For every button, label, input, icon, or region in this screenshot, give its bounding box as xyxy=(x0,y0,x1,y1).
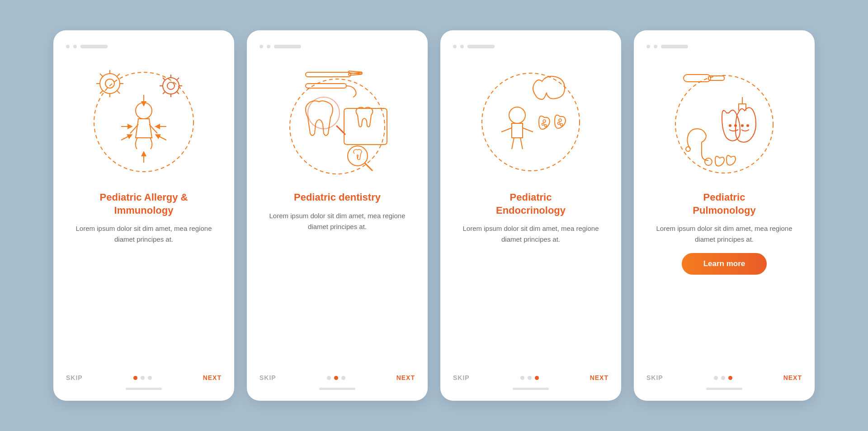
prog-dot xyxy=(520,376,524,380)
card-top-dots xyxy=(259,45,301,48)
svg-point-33 xyxy=(308,97,340,129)
svg-line-20 xyxy=(177,92,179,94)
prog-dot-active xyxy=(334,376,338,380)
svg-line-42 xyxy=(512,138,514,149)
svg-point-47 xyxy=(559,119,561,122)
bottom-bar xyxy=(706,388,742,390)
card-desc-dentistry: Lorem ipsum dolor sit dim amet, mea regi… xyxy=(259,211,415,232)
top-dot xyxy=(453,45,457,48)
top-line xyxy=(274,45,301,48)
card-desc-pulmonology: Lorem ipsum dolor sit dim amet, mea regi… xyxy=(646,223,802,245)
top-dot xyxy=(460,45,464,48)
prog-dot xyxy=(341,376,345,380)
top-dot xyxy=(654,45,657,48)
endocrinology-illustration xyxy=(472,56,590,183)
svg-point-39 xyxy=(509,107,525,123)
skip-label[interactable]: SKIP xyxy=(66,374,83,381)
top-dot xyxy=(646,45,650,48)
svg-point-1 xyxy=(100,74,120,94)
svg-line-43 xyxy=(520,138,523,149)
card-desc-allergy: Lorem ipsum dolor sit dim amet, mea regi… xyxy=(66,223,222,245)
prog-dot xyxy=(327,376,331,380)
svg-line-18 xyxy=(177,78,179,80)
card-footer-allergy: SKIP NEXT xyxy=(66,369,222,381)
svg-point-27 xyxy=(136,103,152,119)
top-line xyxy=(80,45,108,48)
pulmonology-illustration xyxy=(665,56,783,183)
svg-point-58 xyxy=(746,124,749,127)
skip-label[interactable]: SKIP xyxy=(646,374,663,381)
prog-dot xyxy=(148,376,152,380)
next-label[interactable]: NEXT xyxy=(396,374,415,381)
card-footer-dentistry: SKIP NEXT xyxy=(259,369,415,381)
svg-line-40 xyxy=(501,128,512,132)
svg-point-57 xyxy=(741,124,744,127)
card-dentistry: Pediatric dentistry Lorem ipsum dolor si… xyxy=(247,30,428,401)
svg-line-41 xyxy=(523,128,533,132)
prog-dot xyxy=(714,376,718,380)
card-pulmonology: PediatricPulmonology Lorem ipsum dolor s… xyxy=(634,30,815,401)
prog-dot-active xyxy=(535,376,539,380)
card-title-pulmonology: PediatricPulmonology xyxy=(693,191,755,217)
progress-dots xyxy=(520,376,539,380)
svg-point-49 xyxy=(561,124,563,126)
bottom-bar xyxy=(513,388,549,390)
skip-label[interactable]: SKIP xyxy=(259,374,276,381)
cards-container: Pediatric Allergy &Immunology Lorem ipsu… xyxy=(35,12,833,419)
top-dot xyxy=(73,45,77,48)
svg-rect-51 xyxy=(684,75,711,82)
svg-point-46 xyxy=(545,125,547,127)
svg-line-37 xyxy=(365,163,373,171)
next-label[interactable]: NEXT xyxy=(203,374,222,381)
card-top-dots xyxy=(453,45,495,48)
progress-dots xyxy=(327,376,345,380)
svg-point-53 xyxy=(705,158,712,165)
card-top-dots xyxy=(66,45,108,48)
bottom-bar xyxy=(126,388,162,390)
prog-dot-active xyxy=(728,376,732,380)
top-dot xyxy=(267,45,270,48)
svg-line-7 xyxy=(100,74,103,76)
bottom-bar xyxy=(319,388,355,390)
svg-point-45 xyxy=(542,123,544,126)
card-desc-endocrinology: Lorem ipsum dolor sit dim amet, mea regi… xyxy=(453,223,609,245)
card-footer-endocrinology: SKIP NEXT xyxy=(453,369,609,381)
card-endocrinology: PediatricEndocrinology Lorem ipsum dolor… xyxy=(440,30,621,401)
svg-point-12 xyxy=(167,82,175,89)
prog-dot xyxy=(528,376,532,380)
card-title-allergy: Pediatric Allergy &Immunology xyxy=(100,191,188,217)
card-allergy: Pediatric Allergy &Immunology Lorem ipsu… xyxy=(53,30,234,401)
top-line xyxy=(661,45,688,48)
card-title-dentistry: Pediatric dentistry xyxy=(294,191,381,204)
card-top-dots xyxy=(646,45,688,48)
prog-dot-active xyxy=(133,376,137,380)
top-dot xyxy=(259,45,263,48)
svg-point-55 xyxy=(729,124,731,127)
svg-line-8 xyxy=(117,74,120,76)
svg-point-54 xyxy=(686,147,690,151)
top-dot xyxy=(66,45,70,48)
prog-dot xyxy=(141,376,145,380)
learn-more-button[interactable]: Learn more xyxy=(682,253,767,275)
card-footer-pulmonology: SKIP NEXT xyxy=(646,369,802,381)
dentistry-illustration xyxy=(278,56,396,183)
svg-line-22 xyxy=(121,136,130,140)
svg-point-36 xyxy=(348,146,368,166)
skip-label[interactable]: SKIP xyxy=(453,374,470,381)
next-label[interactable]: NEXT xyxy=(783,374,802,381)
svg-line-17 xyxy=(163,78,165,80)
svg-line-19 xyxy=(163,92,165,94)
svg-point-48 xyxy=(558,122,560,125)
svg-rect-32 xyxy=(306,84,346,88)
card-title-endocrinology: PediatricEndocrinology xyxy=(496,191,566,217)
next-label[interactable]: NEXT xyxy=(590,374,609,381)
svg-line-25 xyxy=(157,136,166,140)
svg-line-10 xyxy=(117,91,120,94)
svg-rect-35 xyxy=(344,108,387,145)
svg-point-44 xyxy=(543,120,546,122)
progress-dots xyxy=(714,376,732,380)
progress-dots xyxy=(133,376,152,380)
svg-line-9 xyxy=(100,91,103,94)
svg-rect-29 xyxy=(306,72,351,77)
prog-dot xyxy=(721,376,725,380)
